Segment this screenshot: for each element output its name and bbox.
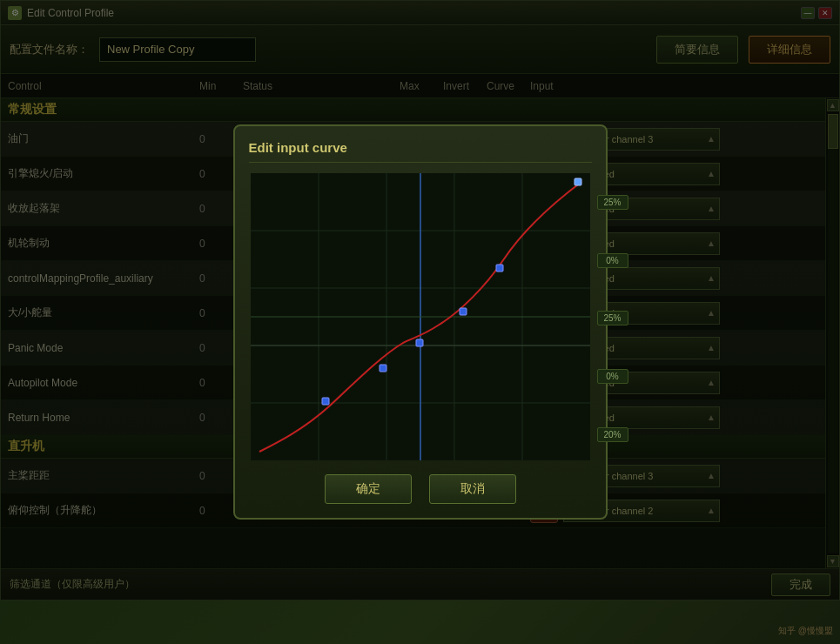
curve-chart[interactable] bbox=[251, 173, 590, 460]
svg-rect-13 bbox=[416, 339, 423, 346]
watermark: 知乎 @慢慢盟 bbox=[778, 625, 833, 637]
svg-rect-14 bbox=[460, 308, 467, 315]
pct-badge-1: 25% bbox=[597, 195, 628, 210]
pct-badge-4: 0% bbox=[597, 369, 628, 384]
cancel-button[interactable]: 取消 bbox=[429, 474, 516, 504]
edit-curve-modal: Edit input curve bbox=[233, 124, 608, 520]
percentage-labels: 25% 0% 25% 0% 20% bbox=[597, 173, 628, 464]
modal-overlay: Edit input curve bbox=[0, 0, 840, 644]
pct-badge-3: 25% bbox=[597, 311, 628, 325]
svg-rect-16 bbox=[575, 178, 581, 185]
modal-title: Edit input curve bbox=[249, 140, 592, 163]
pct-badge-2: 0% bbox=[597, 253, 628, 268]
svg-rect-15 bbox=[496, 265, 503, 272]
chart-wrapper: 25% 0% 25% 0% 20% bbox=[251, 173, 590, 464]
svg-rect-12 bbox=[380, 365, 386, 372]
pct-badge-5: 20% bbox=[597, 427, 628, 442]
svg-rect-11 bbox=[322, 398, 329, 405]
confirm-button[interactable]: 确定 bbox=[325, 474, 412, 504]
modal-buttons: 确定 取消 bbox=[249, 474, 592, 504]
